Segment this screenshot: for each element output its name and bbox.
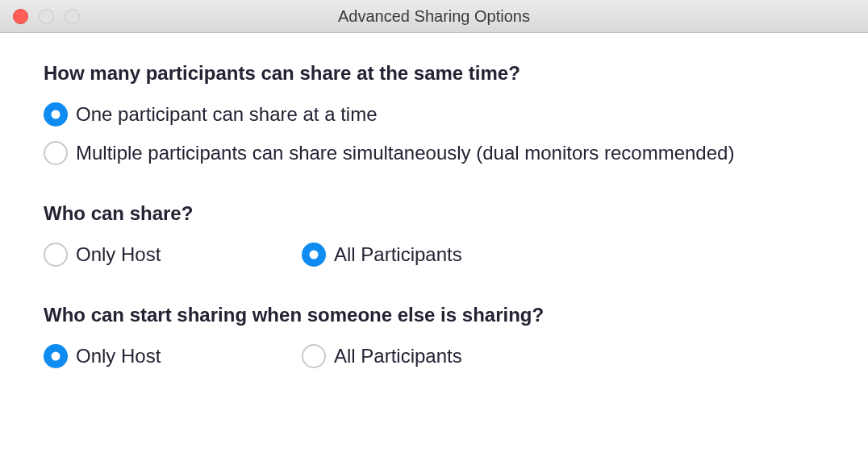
minimize-icon[interactable] bbox=[39, 9, 54, 24]
window-title: Advanced Sharing Options bbox=[0, 7, 868, 26]
radio-selected-icon bbox=[44, 344, 68, 368]
close-icon[interactable] bbox=[13, 9, 28, 24]
radio-option-one-participant[interactable]: One participant can share at a time bbox=[44, 102, 824, 127]
section-who-can-start: Who can start sharing when someone else … bbox=[44, 304, 824, 368]
radio-label: All Participants bbox=[334, 345, 462, 367]
section-who-can-share: Who can share? Only Host All Participant… bbox=[44, 202, 824, 267]
radio-option-all-participants[interactable]: All Participants bbox=[302, 243, 462, 267]
radio-selected-icon bbox=[44, 102, 68, 127]
radio-option-multiple-participants[interactable]: Multiple participants can share simultan… bbox=[44, 141, 824, 165]
content-area: How many participants can share at the s… bbox=[0, 33, 868, 421]
radio-group-who-can-start: Only Host All Participants bbox=[44, 344, 824, 368]
radio-selected-icon bbox=[302, 243, 326, 267]
traffic-lights bbox=[0, 9, 80, 24]
radio-label: Only Host bbox=[76, 345, 161, 367]
radio-option-only-host[interactable]: Only Host bbox=[44, 243, 229, 267]
radio-label: Multiple participants can share simultan… bbox=[76, 142, 734, 164]
radio-group-who-can-share: Only Host All Participants bbox=[44, 243, 824, 267]
section-title-who-can-share: Who can share? bbox=[44, 202, 824, 225]
zoom-icon[interactable] bbox=[65, 9, 80, 24]
radio-label: All Participants bbox=[334, 243, 462, 266]
radio-option-only-host[interactable]: Only Host bbox=[44, 344, 229, 368]
titlebar: Advanced Sharing Options bbox=[0, 0, 868, 33]
radio-unselected-icon bbox=[44, 141, 68, 165]
radio-unselected-icon bbox=[302, 344, 326, 368]
section-title-how-many: How many participants can share at the s… bbox=[44, 62, 824, 85]
radio-label: Only Host bbox=[76, 243, 161, 266]
radio-unselected-icon bbox=[44, 243, 68, 267]
section-title-who-can-start: Who can start sharing when someone else … bbox=[44, 304, 824, 326]
radio-label: One participant can share at a time bbox=[76, 103, 378, 126]
radio-option-all-participants[interactable]: All Participants bbox=[302, 344, 462, 368]
section-how-many: How many participants can share at the s… bbox=[44, 62, 824, 165]
